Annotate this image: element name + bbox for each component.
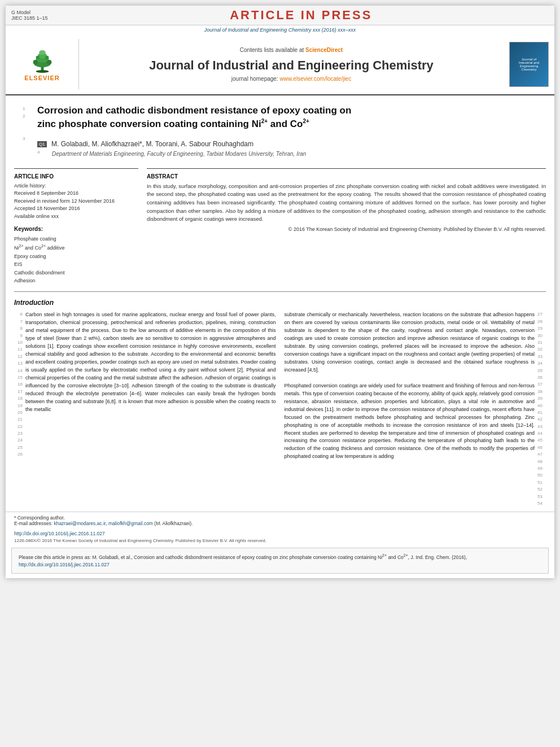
svg-point-9 bbox=[45, 56, 49, 60]
history-label: Article history: bbox=[14, 182, 138, 190]
introduction-section: Introduction bbox=[6, 299, 554, 307]
svg-point-5 bbox=[39, 50, 45, 55]
article-info-box: ARTICLE INFO Article history: Received 8… bbox=[14, 168, 138, 285]
elsevier-brand-label: ELSEVIER bbox=[24, 75, 59, 81]
received-date: Received 8 September 2016 bbox=[14, 190, 138, 198]
keyword-phosphate: Phosphate coating bbox=[14, 235, 138, 243]
copyright-line: © 2016 The Korean Society of Industrial … bbox=[147, 226, 546, 232]
journal-header: ELSEVIER Contents lists available at Sci… bbox=[6, 34, 554, 95]
keywords-section: Keywords: Phosphate coating Ni2+ and Co2… bbox=[14, 226, 138, 285]
line-num-3: 3 bbox=[23, 136, 33, 143]
journal-homepage: journal homepage: www.elsevier.com/locat… bbox=[231, 76, 351, 82]
keywords-heading: Keywords: bbox=[14, 226, 138, 232]
email-link-2[interactable]: maliofkh@gmail.com bbox=[108, 521, 153, 526]
contents-available: Contents lists available at ScienceDirec… bbox=[240, 47, 343, 53]
abstract-section: ABSTRACT In this study, surface morpholo… bbox=[147, 168, 546, 233]
citation-text: Please cite this article in press as: M.… bbox=[19, 553, 541, 568]
accepted-date: Accepted 18 November 2016 bbox=[14, 205, 138, 213]
affiliation: Department of Materials Engineering, Fac… bbox=[52, 151, 306, 157]
body-right-col: substrate chemically or mechanically. Ne… bbox=[285, 311, 546, 507]
available-online: Available online xxx bbox=[14, 213, 138, 221]
issn-line: 1226-086X/© 2016 The Korean Society of I… bbox=[14, 538, 546, 543]
abstract-col: ABSTRACT In this study, surface morpholo… bbox=[147, 168, 546, 285]
keyword-adhesion: Adhesion bbox=[14, 277, 138, 285]
footnote-area: * Corresponding author. E-mail addresses… bbox=[6, 512, 554, 529]
revised-date: Received in revised form 12 November 201… bbox=[14, 198, 138, 206]
svg-point-6 bbox=[33, 60, 37, 64]
body-left-col: 678910 1112131415 1617181920 2122232425 … bbox=[14, 311, 276, 507]
line-num-4: 4 bbox=[37, 150, 40, 155]
line-num-1: 1 bbox=[23, 106, 33, 113]
introduction-heading: Introduction bbox=[14, 299, 546, 307]
svg-point-1 bbox=[36, 70, 49, 73]
sciencedirect-link[interactable]: ScienceDirect bbox=[305, 47, 343, 53]
doi-link[interactable]: http://dx.doi.org/10.1016/j.jiec.2016.11… bbox=[14, 531, 546, 536]
journal-subtitle: Journal of Industrial and Engineering Ch… bbox=[6, 25, 554, 34]
svg-point-8 bbox=[36, 56, 40, 60]
q1-badge: Q1 bbox=[37, 141, 47, 147]
article-title-section: 1 2 Corrosion and cathodic disbondment r… bbox=[6, 95, 554, 163]
article-title: Corrosion and cathodic disbondment resis… bbox=[37, 104, 537, 131]
journal-center: Contents lists available at ScienceDirec… bbox=[79, 39, 504, 90]
line-num-2: 2 bbox=[23, 113, 33, 120]
abstract-heading: ABSTRACT bbox=[147, 173, 546, 180]
citation-doi-link[interactable]: http://dx.doi.org/10.1016/j.jiec.2016.11… bbox=[19, 562, 110, 567]
keyword-cathodic: Cathodic disbondment bbox=[14, 269, 138, 277]
article-info-abstract-section: ARTICLE INFO Article history: Received 8… bbox=[6, 168, 554, 285]
article-info-heading: ARTICLE INFO bbox=[14, 173, 138, 180]
body-right-text: substrate chemically or mechanically. Ne… bbox=[285, 311, 535, 507]
journal-cover-image: Journal ofIndustrial andEngineeringChemi… bbox=[509, 42, 549, 87]
body-columns: 678910 1112131415 1617181920 2122232425 … bbox=[6, 311, 554, 507]
g-model-label: G Model JIEC 3185 1–15 bbox=[11, 10, 48, 21]
keyword-epoxy: Epoxy coating bbox=[14, 252, 138, 260]
authors-line: Q1 M. Golabadi, M. Aliofkhazraei*, M. To… bbox=[37, 140, 537, 148]
elsevier-tree-icon bbox=[23, 47, 62, 73]
homepage-url[interactable]: www.elsevier.com/locate/jiec bbox=[279, 76, 351, 82]
email-link-1[interactable]: khazraei@modares.ac.ir bbox=[54, 521, 106, 526]
body-left-content: 678910 1112131415 1617181920 2122232425 … bbox=[14, 311, 276, 458]
keyword-eis: EIS bbox=[14, 260, 138, 268]
corresponding-author: * Corresponding author. E-mail addresses… bbox=[14, 515, 546, 526]
body-left-text: Carbon steel in high tonnages is used fo… bbox=[25, 311, 276, 458]
section-divider bbox=[14, 291, 546, 292]
keyword-ni-co: Ni2+ and Co2+ additive bbox=[14, 243, 138, 252]
left-line-numbers: 678910 1112131415 1617181920 2122232425 … bbox=[14, 311, 24, 458]
citation-box: Please cite this article in press as: M.… bbox=[11, 548, 549, 573]
journal-thumbnail: Journal ofIndustrial andEngineeringChemi… bbox=[504, 39, 554, 90]
journal-title-main: Journal of Industrial and Engineering Ch… bbox=[149, 58, 434, 73]
article-info-col: ARTICLE INFO Article history: Received 8… bbox=[14, 168, 138, 285]
svg-point-7 bbox=[47, 60, 51, 64]
right-line-numbers: 2728293031 3233343536 3738394041 4243444… bbox=[536, 311, 546, 507]
elsevier-logo-area: ELSEVIER bbox=[6, 39, 79, 90]
article-in-press-banner: ARTICLE IN PRESS bbox=[54, 8, 549, 23]
abstract-text: In this study, surface morphology, compo… bbox=[147, 182, 546, 224]
top-bar: G Model JIEC 3185 1–15 ARTICLE IN PRESS bbox=[6, 6, 554, 25]
body-right-content: substrate chemically or mechanically. Ne… bbox=[285, 311, 546, 507]
